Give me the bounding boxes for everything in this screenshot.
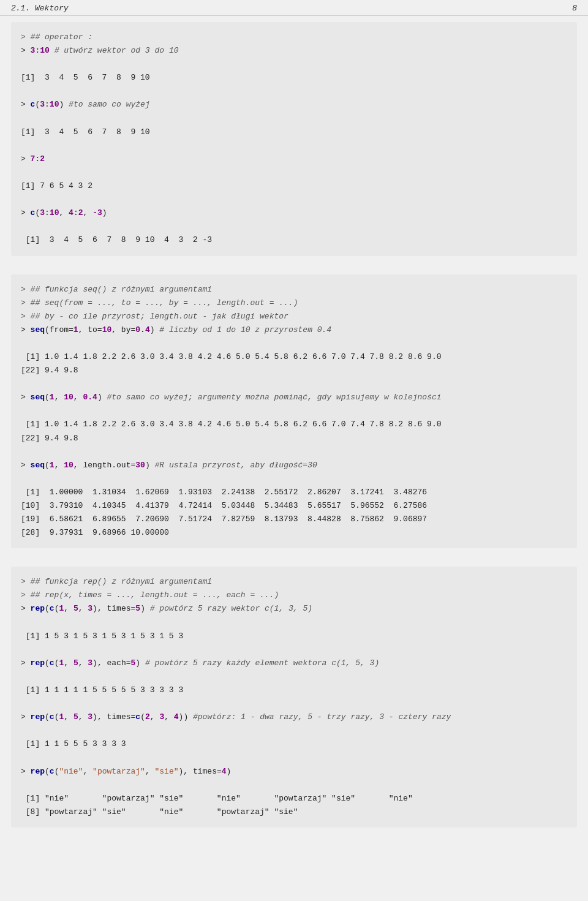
output-line: [1] 3 4 5 6 7 8 9 10 — [21, 126, 567, 139]
chapter-title: 2.1. Wektory — [11, 4, 69, 13]
output-line: [28] 9.37931 9.68966 10.00000 — [21, 526, 567, 540]
output-line: [1] 1 5 3 1 5 3 1 5 3 1 5 3 1 5 3 — [21, 630, 567, 643]
comment-operator: > ## operator : — [21, 32, 92, 42]
code-line: > 7:2 — [21, 153, 567, 166]
comment-rep: > ## funkcja rep() z różnymi argumentami — [21, 577, 212, 586]
content-area: > ## operator : > 3:10 # utwórz wektor o… — [0, 16, 588, 841]
comment-seq-args: > ## seq(from = ..., to = ..., by = ...,… — [21, 298, 298, 307]
output-line: [1] 1 1 5 5 5 3 3 3 3 — [21, 737, 567, 751]
output-line: [1] 1 1 1 1 1 5 5 5 5 5 3 3 3 3 3 — [21, 684, 567, 697]
output-line: [8] "powtarzaj" "sie" "nie" "powtarzaj" … — [21, 805, 567, 819]
section-colon-operator: > ## operator : > 3:10 # utwórz wektor o… — [11, 22, 577, 256]
output-line: [1] 7 6 5 4 3 2 — [21, 179, 567, 193]
output-line: [22] 9.4 9.8 — [21, 432, 567, 445]
comment-seq-desc: > ## by - co ile przyrost; length.out - … — [21, 312, 288, 321]
page-header: 2.1. Wektory 8 — [0, 0, 588, 16]
output-line: [22] 9.4 9.8 — [21, 364, 567, 377]
section-seq: > ## funkcja seq() z różnymi argumentami… — [11, 274, 577, 549]
section-rep: > ## funkcja rep() z różnymi argumentami… — [11, 567, 577, 827]
code-line: > seq(1, 10, 0.4) #to samo co wyżej; arg… — [21, 391, 567, 404]
output-line: [1] "nie" "powtarzaj" "sie" "nie" "powta… — [21, 792, 567, 805]
code-line: > rep(c(1, 5, 3), times=c(2, 3, 4)) #pow… — [21, 711, 567, 724]
code-line: > seq(from=1, to=10, by=0.4) # liczby od… — [21, 323, 567, 337]
output-line: [10] 3.79310 4.10345 4.41379 4.72414 5.0… — [21, 499, 567, 513]
code-line: > seq(1, 10, length.out=30) #R ustala pr… — [21, 459, 567, 472]
output-line: [1] 3 4 5 6 7 8 9 10 — [21, 71, 567, 85]
comment-rep-args: > ## rep(x, times = ..., length.out = ..… — [21, 590, 279, 600]
code-line: > rep(c(1, 5, 3), each=5) # powtórz 5 ra… — [21, 657, 567, 670]
page-number: 8 — [572, 4, 577, 13]
output-line: [1] 1.0 1.4 1.8 2.2 2.6 3.0 3.4 3.8 4.2 … — [21, 418, 567, 431]
output-line: [1] 1.00000 1.31034 1.62069 1.93103 2.24… — [21, 486, 567, 499]
output-line: [1] 1.0 1.4 1.8 2.2 2.6 3.0 3.4 3.8 4.2 … — [21, 350, 567, 364]
code-line: > c(3:10, 4:2, -3) — [21, 206, 567, 220]
output-line: [1] 3 4 5 6 7 8 9 10 4 3 2 -3 — [21, 233, 567, 247]
code-line: > 3:10 # utwórz wektor od 3 do 10 — [21, 44, 567, 58]
code-line: > rep(c(1, 5, 3), times=5) # powtórz 5 r… — [21, 602, 567, 616]
code-line: > rep(c("nie", "powtarzaj", "sie"), time… — [21, 765, 567, 778]
code-line: > c(3:10) #to samo co wyżej — [21, 98, 567, 111]
comment-seq: > ## funkcja seq() z różnymi argumentami — [21, 285, 212, 294]
output-line: [19] 6.58621 6.89655 7.20690 7.51724 7.8… — [21, 513, 567, 526]
